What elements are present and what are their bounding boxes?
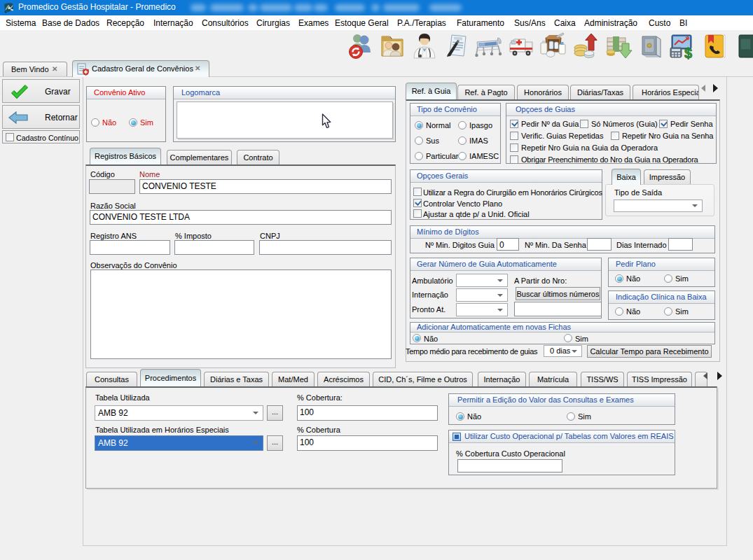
svg-text:$: $ [684, 46, 692, 60]
